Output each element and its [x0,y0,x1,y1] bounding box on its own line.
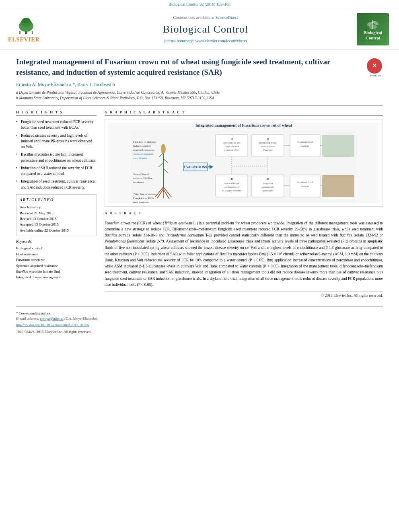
keywords-list: Biological control Host resistance Fusar… [16,245,97,280]
received-date: Received 21 May 2015 [20,210,93,216]
svg-text:Apoplastic fluid: Apoplastic fluid [297,141,313,143]
divider-1 [16,105,383,106]
svg-text:fungicide seed: fungicide seed [225,145,239,148]
graphical-abstract-header: G R A P H I C A L A B S T R A C T [105,110,383,116]
elsevier-text: ELSEVIER [8,36,40,44]
svg-text:3): 3) [230,177,233,181]
svg-text:resistance: resistance [133,181,144,184]
svg-text:Fungicide or BCA: Fungicide or BCA [133,197,154,200]
svg-point-3 [22,18,30,23]
svg-text:4): 4) [267,177,269,181]
keyword-3: Fusarium crown rot [16,257,97,263]
science-direct-link: Contents lists available at ScienceDirec… [173,15,238,21]
highlights-header: H I G H L I G H T S [16,110,97,116]
svg-rect-67 [322,175,354,197]
affiliation-b: b Montana State University, Department o… [16,95,383,101]
journal-homepage: journal homepage: www.elsevier.com/locat… [165,38,247,44]
journal-ref-text: Biological Control 92 (2016) 153–163 [169,2,230,6]
highlight-item-5: Integration of seed treatment, cultivar … [16,179,97,190]
svg-text:BCAs (PR-Proteins): BCAs (PR-Proteins) [222,189,241,192]
authors: Ernesto A. Moya-Elizondo a,*, Barry J. J… [16,81,383,88]
issn-copyright-line: 1049-9644/© 2015 Elsevier Inc. All right… [16,329,383,335]
keyword-2: Host resistance [16,251,97,257]
svg-text:own defence: own defence [133,156,148,160]
highlight-item-2: Reduced disease severity and high levels… [16,133,97,150]
svg-text:1): 1) [230,137,233,140]
svg-text:Assess BCAs and: Assess BCAs and [223,142,241,144]
svg-text:EVALUATIONS: EVALUATIONS [184,165,207,169]
abstract-header: A B S T R A C T [105,211,383,217]
highlight-item-3: Bacillus mycoides isolate Bmj increased … [16,152,97,163]
svg-point-17 [161,144,166,154]
svg-text:seed treatment: seed treatment [133,201,150,203]
highlight-item-4: Induction of SAR reduced the severity of… [16,165,97,177]
doi-link[interactable]: http://dx.doi.org/10.1016/j.biocontrol.2… [16,322,383,328]
left-column: H I G H L I G H T S Fungicide seed treat… [16,110,97,299]
svg-text:Second line of: Second line of [133,173,150,176]
svg-text:combinations of: combinations of [224,186,240,188]
ga-title: Integrated management of Fusarium crown … [195,123,292,128]
svg-text:Activate upgrades: Activate upgrades [133,152,154,156]
article-title-section: Integrated management of Fusarium crown … [16,57,383,77]
svg-text:cultivars with: cultivars with [261,145,275,148]
svg-text:defence: Cultivar: defence: Cultivar [133,177,153,180]
svg-text:management: management [262,186,274,188]
svg-text:Inoculating wheat: Inoculating wheat [259,142,276,144]
graphical-abstract-diagram: First line of defence: Induce systemic a… [108,131,379,203]
crossmark-icon: ✕ [367,58,382,74]
svg-text:Integrated: Integrated [263,182,273,185]
revised-date: Revised 13 October 2015 [20,216,93,222]
journal-header: ELSEVIER Contents lists available at Sci… [0,9,399,50]
journal-reference-bar: Biological Control 92 (2016) 153–163 [0,0,399,9]
page-wrapper: Biological Control 92 (2016) 153–163 ELS… [0,0,399,532]
logo-plant-icon [363,18,383,30]
svg-text:Apoplastic fluid: Apoplastic fluid [297,181,313,183]
svg-rect-4 [19,31,21,34]
abstract-text: Fusarium crown rot (FCR) of wheat (Triti… [105,220,383,288]
keywords-label: Keywords: [16,239,97,244]
crossmark-label: CrossMark [367,74,383,78]
corresponding-author-note: * Corresponding author. [16,311,383,316]
svg-text:Induce systemic: Induce systemic [133,144,151,148]
right-column: G R A P H I C A L A B S T R A C T Integr… [105,110,383,299]
article-info-header: A R T I C L E I N F O [20,197,93,203]
svg-text:analysis: analysis [301,145,309,147]
graphical-abstract-box: Integrated management of Fusarium crown … [105,119,383,207]
svg-text:acquired resistance: acquired resistance [133,148,154,152]
svg-text:Third line of defence:: Third line of defence: [133,193,158,196]
biological-control-logo: BiologicalControl [357,13,389,45]
logo-text: BiologicalControl [364,30,382,41]
affiliations: a Departamento de Producción Vegetal, Fa… [16,90,383,101]
crossmark-badge[interactable]: ✕ CrossMark [367,58,383,74]
email-name: (E.A. Moya-Elizondo). [64,316,98,320]
email-link[interactable]: emoya@udec.cl [40,316,64,320]
keyword-5: Bacillus mycoides isolate Bmj [16,269,97,274]
homepage-url: www.elsevier.com/locate/ybcon [195,39,247,43]
keyword-1: Biological control [16,245,97,251]
elsevier-logo-section: ELSEVIER [8,13,56,45]
copyright-text: © 2015 Elsevier Inc. All rights reserved… [105,291,383,298]
two-column-layout: H I G H L I G H T S Fungicide seed treat… [16,110,383,299]
accepted-date: Accepted 13 October 2015 [20,222,93,227]
history-label: Article history: [20,204,93,210]
highlight-item-1: Fungicide seed treatment reduced FCR sev… [16,119,97,131]
affiliation-a: a Departamento de Producción Vegetal, Fa… [16,90,383,95]
svg-text:2): 2) [267,137,269,140]
svg-text:approaches: approaches [263,189,274,192]
keywords-section: Keywords: Biological control Host resist… [16,239,97,280]
svg-rect-66 [322,135,354,157]
footer-section: * Corresponding author. E-mail address: … [16,306,383,334]
email-line: E-mail address: emoya@udec.cl (E.A. Moya… [16,316,383,321]
science-direct-anchor[interactable]: ScienceDirect [215,15,238,20]
svg-text:treatment effect: treatment effect [224,149,239,151]
journal-logo-right: BiologicalControl [355,13,391,45]
svg-text:Fusarium: Fusarium [263,149,273,151]
available-online-date: Available online 22 October 2015 [20,228,93,233]
graphical-abstract-inner: Integrated management of Fusarium crown … [108,123,379,203]
article-title: Integrated management of Fusarium crown … [16,57,363,77]
svg-text:analysis: analysis [301,185,309,187]
content-area: Integrated management of Fusarium crown … [0,50,399,341]
highlights-list: Fungicide seed treatment reduced FCR sev… [16,119,97,190]
keyword-6: Integrated disease management [16,274,97,280]
abstract-section: A B S T R A C T Fusarium crown rot (FCR)… [105,211,383,298]
